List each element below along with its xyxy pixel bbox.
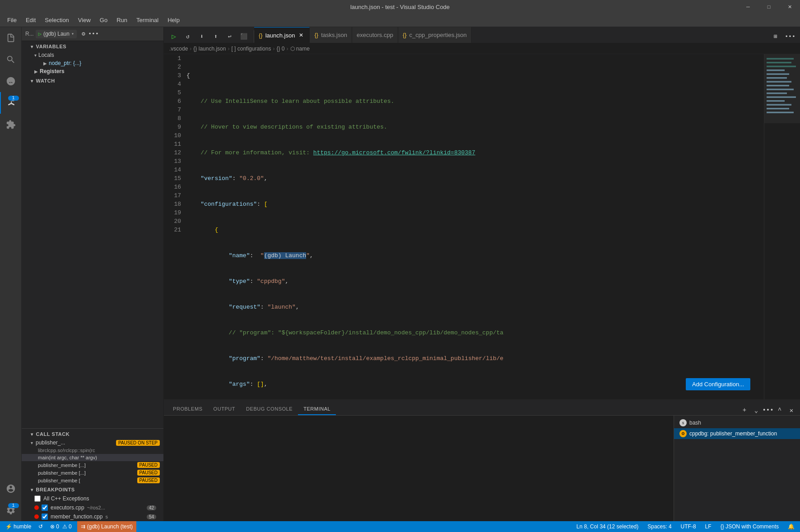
main-stack-item[interactable]: main(int argc, char ** argv) [22, 454, 163, 461]
tab-output[interactable]: OUTPUT [208, 403, 241, 415]
status-sync[interactable]: ↺ [37, 523, 45, 530]
error-count: 0 [56, 523, 59, 530]
line-12: "program": "/home/matthew/test/install/e… [186, 354, 755, 363]
explorer-icon[interactable] [0, 27, 22, 49]
publisher-membe-2[interactable]: publisher_membe [...] PAUSED [22, 469, 163, 476]
minimize-button[interactable]: ─ [738, 0, 758, 14]
panel-more-btn[interactable]: ••• [763, 405, 773, 415]
member-function-bp-count: 54 [147, 514, 156, 519]
line-3: // Hover to view descriptions of existin… [186, 123, 755, 131]
paused-on-step-badge: PAUSED ON STEP [116, 440, 160, 446]
registers-item[interactable]: ▶ Registers [22, 67, 163, 75]
step-out-btn[interactable]: ⬆ [209, 30, 222, 43]
breadcrumb-0[interactable]: {} 0 [276, 46, 284, 52]
call-stack-header[interactable]: ▾ CALL STACK [22, 429, 163, 439]
status-remote[interactable]: ⚡ humble [4, 523, 33, 530]
maximize-panel-btn[interactable]: ^ [775, 405, 785, 415]
locals-item[interactable]: ▾ Locals [22, 51, 163, 59]
breadcrumb-vscode[interactable]: .vscode [169, 46, 188, 52]
all-cpp-exceptions-checkbox[interactable] [34, 495, 41, 502]
member-function-breakpoint[interactable]: member_function.cpp s 54 [22, 512, 163, 521]
breadcrumb-launch[interactable]: {} launch.json [193, 46, 226, 52]
menu-go[interactable]: Go [96, 16, 111, 24]
close-button[interactable]: ✕ [779, 0, 800, 14]
terminal-cppdbg[interactable]: ⚙ cppdbg: publisher_member_function [674, 428, 800, 439]
add-terminal-btn[interactable]: + [740, 405, 749, 415]
node-ptr-item[interactable]: ▶ node_ptr: {...} [22, 59, 163, 67]
watch-section: ▾ WATCH [22, 75, 163, 85]
locals-chevron: ▾ [34, 53, 37, 58]
tab-debug-console[interactable]: DEBUG CONSOLE [241, 403, 298, 415]
add-configuration-button[interactable]: Add Configuration... [686, 378, 750, 390]
publisher-membe-1[interactable]: publisher_membe [...] PAUSED [22, 461, 163, 469]
code-lines[interactable]: { // Use IntelliSense to learn about pos… [186, 54, 764, 399]
menu-terminal[interactable]: Terminal [133, 16, 162, 24]
all-cpp-exceptions[interactable]: All C++ Exceptions [22, 494, 163, 503]
close-panel-btn[interactable]: ✕ [786, 405, 796, 415]
status-notifications[interactable]: 🔔 [786, 523, 796, 530]
tab-executors-cpp[interactable]: executors.cpp [352, 27, 398, 43]
settings-activity-icon[interactable] [0, 500, 22, 521]
split-terminal-btn[interactable]: ⌄ [751, 405, 761, 415]
publisher-membe-3[interactable]: publisher_membe [ PAUSED [22, 476, 163, 484]
step-over-btn[interactable]: ↺ [181, 30, 194, 43]
librclcpp-stack-item[interactable]: librclcpp.so!rclcpp::spin(rc [22, 447, 163, 454]
status-errors[interactable]: ⊗ 0 ⚠ 0 [48, 523, 73, 530]
split-editor-btn[interactable]: ⊞ [769, 30, 782, 43]
menu-bar: File Edit Selection View Go Run Terminal… [0, 14, 800, 27]
watch-header[interactable]: ▾ WATCH [22, 75, 163, 85]
code-content: 12345 678910 1112131415 1617181920 21 { … [164, 54, 764, 399]
editor-wrapper: 12345 678910 1112131415 1617181920 21 { … [164, 54, 800, 399]
tab-problems[interactable]: PROBLEMS [167, 403, 208, 415]
terminal-bash[interactable]: $ bash [674, 417, 800, 428]
watch-label: WATCH [36, 78, 55, 83]
search-activity-icon[interactable] [0, 49, 22, 70]
line-5: "version": "0.2.0", [186, 174, 755, 183]
maximize-button[interactable]: □ [758, 0, 779, 14]
call-stack-group-publisher[interactable]: ▾ publisher_... PAUSED ON STEP [22, 439, 163, 447]
menu-file[interactable]: File [4, 16, 20, 24]
publisher-membe-3-label: publisher_membe [ [38, 478, 80, 483]
status-spaces[interactable]: Spaces: 4 [646, 523, 673, 530]
account-activity-icon[interactable] [0, 478, 22, 500]
paused-badge-2: PAUSED [137, 470, 160, 476]
breadcrumb-configurations[interactable]: [ ] configurations [231, 46, 271, 52]
menu-view[interactable]: View [74, 16, 94, 24]
code-editor[interactable]: 12345 678910 1112131415 1617181920 21 { … [164, 54, 764, 399]
more-actions-btn[interactable]: ••• [784, 30, 796, 43]
tab-tasks-json[interactable]: {} tasks.json [310, 27, 352, 43]
debug-run-select[interactable]: ▷ (gdb) Laun ▾ [36, 30, 77, 38]
tab-launch-json[interactable]: {} launch.json ✕ [254, 27, 310, 43]
restart-btn[interactable]: ↩ [223, 30, 236, 43]
source-control-activity-icon[interactable] [0, 70, 22, 92]
menu-run[interactable]: Run [113, 16, 131, 24]
tab-c-cpp-properties[interactable]: {} c_cpp_properties.json [398, 27, 472, 43]
status-cursor[interactable]: Ln 8, Col 34 (12 selected) [575, 523, 640, 530]
menu-help[interactable]: Help [164, 16, 183, 24]
editor-main: 12345 678910 1112131415 1617181920 21 { … [164, 54, 800, 399]
run-debug-activity-icon[interactable] [0, 92, 22, 114]
member-function-bp-checkbox[interactable] [42, 513, 48, 520]
extensions-activity-icon[interactable] [0, 114, 22, 135]
executors-bp-checkbox[interactable] [42, 504, 48, 511]
menu-selection[interactable]: Selection [41, 16, 72, 24]
line-1: { [186, 71, 755, 80]
tab-terminal[interactable]: TERMINAL [298, 403, 336, 415]
status-language[interactable]: {} JSON with Comments [719, 523, 781, 530]
debug-settings-btn[interactable]: ⚙ [79, 29, 88, 39]
status-debug-launch[interactable]: ⇉ (gdb) Launch (test) [77, 521, 136, 532]
breadcrumb: .vscode › {} launch.json › [ ] configura… [164, 43, 800, 54]
terminal-area[interactable] [164, 416, 674, 521]
tab-launch-json-close[interactable]: ✕ [298, 32, 305, 39]
breakpoints-header[interactable]: ▾ BREAKPOINTS [22, 484, 163, 494]
stop-btn[interactable]: ⬛ [237, 30, 250, 43]
status-encoding[interactable]: UTF-8 [679, 523, 698, 530]
debug-more-btn[interactable]: ••• [88, 29, 98, 39]
variables-header[interactable]: ▾ VARIABLES [22, 41, 163, 51]
continue-btn[interactable]: ▷ [167, 30, 180, 43]
status-eol[interactable]: LF [703, 523, 713, 530]
menu-edit[interactable]: Edit [22, 16, 39, 24]
step-into-btn[interactable]: ⬇ [195, 30, 208, 43]
breadcrumb-name[interactable]: ⬡ name [290, 46, 310, 52]
executors-breakpoint[interactable]: executors.cpp ~/ros2... 42 [22, 503, 163, 512]
